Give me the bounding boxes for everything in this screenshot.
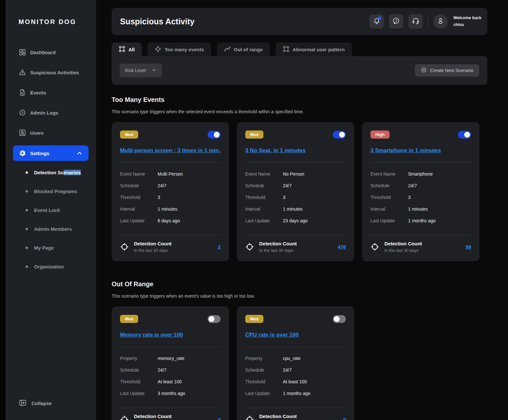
field-value: 3 months ago [158,391,185,396]
field-value: 1 months ago [408,218,436,223]
scenario-enabled-toggle[interactable] [208,315,221,323]
card-divider [370,235,471,235]
scenario-card: MedMemory rate is over 100Propertymemory… [112,306,229,420]
sidebar-item-suspicious-activities[interactable]: Suspicious Activities [6,62,96,82]
card-divider [245,408,346,408]
field-value: 24/7 [408,183,417,188]
support-button[interactable] [408,14,423,29]
field-value: 3 [408,195,411,200]
submenu-item-blocked-programs[interactable]: Blocked Programs [6,182,96,201]
section-description: This scenario type triggers when an even… [112,293,487,299]
scenario-title-link[interactable]: Memory rate is over 100 [120,332,221,338]
scenario-title-link[interactable]: CPU rate is over 100 [245,332,346,338]
field-value: memory_rate [158,356,184,361]
field-label: Property [245,356,274,361]
avatar [433,14,448,29]
card-divider [120,347,221,347]
text-selection-highlight: enarios [64,170,81,175]
settings-submenu: Detection ScenariosBlocked ProgramsEvent… [6,163,96,276]
sidebar-item-dashboard[interactable]: Dashboard [6,42,96,62]
submenu-item-organization[interactable]: Organization [6,257,96,276]
detection-count-link[interactable]: 2 [218,244,221,250]
plus-circle-icon [421,67,427,74]
cards-grid: MedMemory rate is over 100Propertymemory… [112,306,487,420]
field-row: Interval1 minutes [120,203,221,215]
collapse-button[interactable]: Collapse [18,399,52,408]
create-new-scenario-button[interactable]: Create New Scenario [415,64,479,77]
detection-count-link[interactable]: 478 [338,244,346,250]
sidebar-item-admin-logs[interactable]: Admin Logs [6,103,96,123]
scenario-enabled-toggle[interactable] [333,131,346,139]
submenu-item-label: Organization [34,264,64,269]
risk-level-label: Risk Level [125,68,146,73]
field-label: Interval [245,206,274,212]
notifications-button[interactable] [369,14,384,29]
scenario-title-link[interactable]: Multi-person screen : 3 times in 1 min..… [120,147,221,154]
detection-count-link[interactable]: 59 [466,244,471,250]
detection-count-label: Detection Count [259,414,297,419]
detection-count-link[interactable]: 0 [218,417,221,420]
scenario-enabled-toggle[interactable] [208,131,221,139]
field-label: Threshold [245,379,274,384]
submenu-item-event-lock[interactable]: Event Lock [6,201,96,219]
sidebar-nav: DashboardSuspicious ActivitiesEventsAdmi… [6,42,96,276]
field-label: Event Name [245,171,274,177]
field-value: Multi Person [158,171,183,177]
field-value: At least 100 [158,379,182,384]
info-button[interactable] [389,14,403,29]
submenu-item-my-page[interactable]: My Page [6,238,96,257]
submenu-item-admin-members[interactable]: Admin Members [6,219,96,238]
sidebar-item-users[interactable]: Users [6,123,96,143]
risk-badge: Med [245,130,263,139]
detection-count-sub: In the last 30 days [384,248,422,253]
toggle-knob [464,132,470,138]
field-label: Threshold [120,195,149,200]
scenario-enabled-toggle[interactable] [458,131,471,139]
field-row: Event NameNo Person [245,168,346,180]
sidebar-item-events[interactable]: Events [6,82,96,103]
page-title: Suspicious Activity [120,17,195,26]
detection-count-link[interactable]: 0 [343,417,346,420]
tab-out-of-range[interactable]: Out of range [217,43,270,56]
field-label: Schedule [245,183,274,188]
chevron-down-icon [151,68,157,74]
create-new-scenario-label: Create New Scenario [430,68,473,73]
detection-count-sub: In the last 30 days [259,248,297,253]
submenu-item-label: Detection Scenarios [34,170,81,175]
submenu-item-label: Blocked Programs [34,189,77,194]
main-area: Suspicious Activity [96,0,508,420]
scenario-title-link[interactable]: 3 No Seat, in 1 minutes [245,147,346,154]
diamond-nodes-icon [155,46,161,53]
field-label: Property [120,356,149,361]
detection-count-text: Detection CountIn the last 30 days [259,414,297,420]
logo: MONITOR DOG [18,18,76,26]
scenario-enabled-toggle[interactable] [333,315,346,323]
window-edge-strip [0,0,6,420]
field-row: Schedule24/7 [120,364,221,376]
tab-abnormal-user-pattern[interactable]: Abnormal user pattern [276,43,352,56]
scenario-tabs: AllToo many eventsOut of rangeAbnormal u… [112,43,352,56]
field-label: Last Update [245,218,274,223]
card-top-row: Med [120,130,221,139]
card-footer: Detection CountIn the last 30 days59 [370,241,471,253]
field-value: 24/7 [283,183,292,188]
user-chip[interactable]: Welcome back chisu [433,14,481,29]
field-label: Threshold [370,195,400,200]
tab-all[interactable]: All [112,43,142,56]
submenu-item-label: Event Lock [34,207,60,213]
bounding-box-icon [119,46,125,53]
detection-count-text: Detection CountIn the last 30 days [134,241,172,253]
field-value: 24/7 [283,367,292,373]
field-row: Threshold3 [120,191,221,203]
detection-count-label: Detection Count [384,241,422,246]
submenu-item-detection-scenarios[interactable]: Detection Scenarios [6,163,96,182]
detection-count-label: Detection Count [259,241,297,246]
card-top-row: Med [245,130,346,139]
risk-level-dropdown[interactable]: Risk Level [120,64,162,77]
sidebar-item-settings[interactable]: Settings [13,145,89,161]
scenario-title-link[interactable]: 3 Smartphone in 1 minutes [370,147,471,154]
toggle-knob [334,316,340,322]
submenu-item-label: My Page [34,245,54,251]
detection-count-label: Detection Count [134,241,172,246]
tab-too-many-events[interactable]: Too many events [148,43,211,56]
